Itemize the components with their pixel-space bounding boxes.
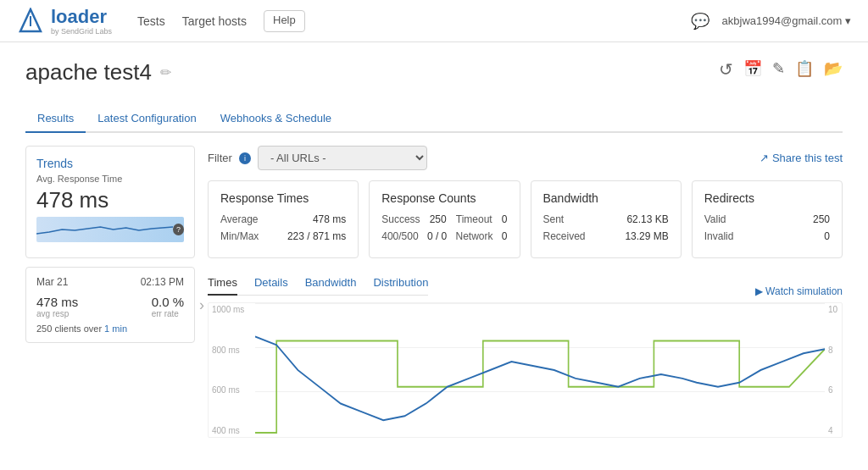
chart-y-labels-left: 1000 ms 800 ms 600 ms 400 ms [209,303,255,437]
y-label-800: 800 ms [212,346,252,355]
avg-resp-stat: 478 ms avg resp [36,295,78,318]
nav-links: Tests Target hosts Help [137,10,691,32]
user-email[interactable]: akbjwa1994@gmail.com ▾ [722,14,851,27]
rc-400-key: 400/500 [381,230,418,242]
rd-invalid-val: 0 [824,230,830,242]
y-label-1000: 1000 ms [212,305,252,314]
sidebar-date: Mar 21 [36,276,68,288]
bw-sent-row: Sent 62.13 KB [543,213,669,225]
rd-invalid-key: Invalid [704,230,734,242]
clients-line [255,340,825,433]
watch-simulation[interactable]: ▶ Watch simulation [755,285,843,297]
nav-help[interactable]: Help [264,10,305,32]
chart-area: 1000 ms 800 ms 600 ms 400 ms 10 8 6 4 [208,302,843,438]
chart-tab-bandwidth[interactable]: Bandwidth [305,271,357,296]
sidebar-time: 02:13 PM [141,276,184,288]
redirects-title: Redirects [704,191,830,205]
bw-received-key: Received [543,230,586,242]
avg-resp-label: avg resp [36,309,78,318]
share-text: Share this test [772,152,843,164]
sidebar-clients: 250 clients over 1 min [36,323,184,334]
rd-invalid-row: Invalid 0 [704,230,830,242]
err-rate-label: err rate [152,309,184,318]
rt-average-row: Average 478 ms [220,213,346,225]
rc-success-row: Success 250 Timeout 0 [381,213,507,225]
bandwidth-card: Bandwidth Sent 62.13 KB Received 13.29 M… [531,180,682,258]
rc-network-val: 0 [502,230,508,242]
response-counts-title: Response Counts [381,191,507,205]
share-icon: ↗ [760,152,769,164]
redirects-card: Redirects Valid 250 Invalid 0 [692,180,843,258]
bw-received-val: 13.29 MB [625,230,668,242]
trends-box: Trends Avg. Response Time 478 ms ? [25,146,195,258]
tab-results[interactable]: Results [25,105,86,133]
rc-network-key: Network [456,230,493,242]
y-label-400: 400 ms [212,426,252,435]
bw-sent-key: Sent [543,213,565,225]
sidebar-stats: 478 ms avg resp 0.0 % err rate [36,295,184,318]
sidebar-date-row: Mar 21 02:13 PM [36,276,184,288]
url-filter-select[interactable]: - All URLs - [258,146,427,170]
watch-sim-link[interactable]: ▶ Watch simulation [755,285,843,297]
brand-name: loader [51,6,107,27]
logo-icon [17,8,44,35]
message-icon[interactable]: 💬 [691,12,709,30]
avg-resp-value: 478 ms [36,295,78,309]
sidebar: Trends Avg. Response Time 478 ms ? Mar 2… [25,146,195,438]
tabs: Results Latest Configuration Webhooks & … [25,105,843,133]
copy-icon[interactable]: 📋 [795,59,814,80]
y-label-600: 600 ms [212,385,252,395]
calendar-icon[interactable]: 📅 [743,59,762,80]
avg-response-value: 478 ms [36,187,184,213]
share-test-link[interactable]: ↗ Share this test [760,152,843,164]
play-icon: ▶ [755,285,763,297]
response-times-card: Response Times Average 478 ms Min/Max 22… [208,180,359,258]
rt-minmax-row: Min/Max 223 / 871 ms [220,230,346,242]
brand-sub: by SendGrid Labs [51,28,112,36]
err-rate-value: 0.0 % [152,295,184,309]
rd-valid-key: Valid [704,213,726,225]
rc-timeout-val: 0 [502,213,508,225]
nav-target-hosts[interactable]: Target hosts [182,10,247,32]
edit-test-icon[interactable]: ✎ [772,59,785,80]
tab-webhooks[interactable]: Webhooks & Schedule [209,105,343,133]
brand-logo: loader by SendGrid Labs [17,6,112,36]
rt-minmax-key: Min/Max [220,230,259,242]
rd-valid-row: Valid 250 [704,213,830,225]
page-title-row: apache test4 ✏ [25,59,171,86]
y-label-r10: 10 [828,305,838,314]
stats-cards: Response Times Average 478 ms Min/Max 22… [208,180,843,258]
y-label-r8: 8 [828,346,838,355]
bandwidth-title: Bandwidth [543,191,669,205]
filter-info-badge[interactable]: i [239,152,251,164]
main-content: Filter i - All URLs - ↗ Share this test … [208,146,843,438]
chart-tab-distribution[interactable]: Distribution [373,271,428,296]
sidebar-detail: Mar 21 02:13 PM 478 ms avg resp 0.0 % er… [25,267,195,343]
tab-latest-config[interactable]: Latest Configuration [86,105,208,133]
chart-tab-details[interactable]: Details [254,271,288,296]
rt-minmax-val: 223 / 871 ms [287,230,346,242]
filter-label: Filter [208,152,232,164]
main-layout: Trends Avg. Response Time 478 ms ? Mar 2… [25,146,843,438]
sidebar-next-arrow[interactable]: › [199,296,204,314]
rc-timeout-key: Timeout [456,213,492,225]
err-rate-stat: 0.0 % err rate [152,295,184,318]
avg-response-label: Avg. Response Time [36,174,184,184]
trends-sparkline: ? [36,217,184,242]
edit-icon[interactable]: ✏ [160,64,171,80]
folder-icon[interactable]: 📂 [824,59,843,80]
grid-line-bottom [255,437,825,438]
nav-tests[interactable]: Tests [137,10,165,32]
refresh-icon[interactable]: ↺ [719,59,733,80]
response-counts-card: Response Counts Success 250 Timeout 0 40… [369,180,520,258]
chart-tab-times[interactable]: Times [208,271,237,296]
help-badge[interactable]: ? [173,224,184,235]
rc-success-key: Success [381,213,420,225]
response-times-title: Response Times [220,191,346,205]
bw-sent-val: 62.13 KB [626,213,668,225]
toolbar-icons: ↺ 📅 ✎ 📋 📂 [719,59,843,80]
chart-svg [255,303,825,437]
rc-400-row: 400/500 0 / 0 Network 0 [381,230,507,242]
bw-received-row: Received 13.29 MB [543,230,669,242]
rt-average-val: 478 ms [313,213,346,225]
